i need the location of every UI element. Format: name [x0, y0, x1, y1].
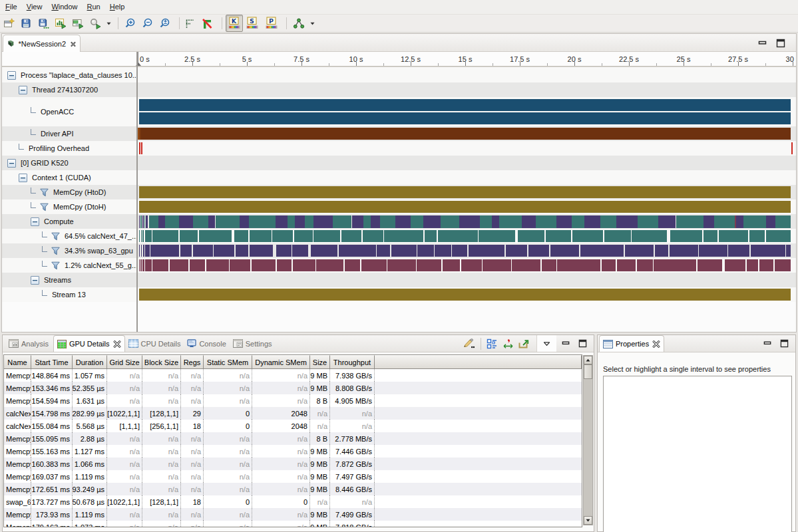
table-row[interactable]: Memcpy HtoD153.346 ms952.355 µsn/an/an/a… [4, 382, 582, 394]
tree-item-3[interactable]: Driver API [2, 126, 136, 141]
column-header-duration[interactable]: Duration [73, 355, 107, 369]
column-header-regs[interactable]: Regs [181, 355, 204, 369]
kernel-interval[interactable] [294, 230, 313, 242]
export-csv-button[interactable] [516, 336, 531, 351]
compute-interval[interactable] [142, 215, 144, 228]
kernel-interval[interactable] [141, 230, 142, 242]
compute-interval[interactable] [714, 215, 735, 228]
kernel-interval[interactable] [438, 230, 478, 242]
kernel-interval[interactable] [214, 245, 234, 257]
free-pan-button[interactable] [182, 15, 198, 31]
kernel-interval[interactable] [190, 259, 206, 271]
kernel-interval[interactable] [719, 230, 748, 242]
compute-interval[interactable] [522, 215, 536, 228]
kernel-interval[interactable] [230, 259, 250, 271]
kernel-interval[interactable] [345, 259, 361, 271]
kernel-interval[interactable] [277, 259, 292, 271]
maximize-icon[interactable] [776, 39, 785, 48]
kernel-interval[interactable] [417, 259, 441, 271]
compute-interval[interactable] [144, 215, 146, 228]
kernel-interval[interactable] [152, 259, 168, 271]
close-icon[interactable] [113, 340, 121, 348]
kernel-interval[interactable] [276, 245, 292, 257]
overhead-mark[interactable] [141, 142, 142, 154]
timeline-row-bars[interactable] [138, 214, 794, 229]
kernel-interval[interactable] [775, 259, 791, 271]
table-row[interactable]: Memcpy HtoD148.864 ms1.057 msn/an/an/an/… [4, 369, 582, 382]
kernel-interval[interactable] [293, 259, 315, 271]
kernel-interval[interactable] [170, 259, 188, 271]
kernel-interval[interactable] [435, 245, 451, 257]
tab-analysis[interactable]: Analysis [5, 335, 52, 352]
compute-interval[interactable] [333, 215, 351, 228]
compute-interval[interactable] [193, 215, 208, 228]
tree-item-6[interactable]: Context 1 (CUDA) [2, 170, 136, 185]
kernel-interval[interactable] [250, 230, 272, 242]
compute-interval[interactable] [766, 215, 775, 228]
table-row[interactable]: calcNext_55_gpu155.084 ms5.568 µs[1,1,1]… [4, 420, 582, 432]
kernel-interval[interactable] [417, 245, 434, 257]
tree-item-9[interactable]: Compute [2, 214, 136, 229]
run-dropdown-caret[interactable] [104, 15, 112, 31]
kernel-interval[interactable] [145, 230, 152, 242]
kernel-interval[interactable] [313, 230, 340, 242]
table-row[interactable]: Memcpy HtoD169.037 ms1.119 msn/an/an/an/… [4, 470, 582, 483]
kernel-interval[interactable] [199, 230, 232, 242]
minimize-icon[interactable] [763, 339, 772, 348]
color-by-stream-button[interactable]: S [244, 15, 260, 31]
compute-interval[interactable] [441, 215, 459, 228]
compute-interval[interactable] [165, 215, 179, 228]
kernel-interval[interactable] [506, 245, 527, 257]
scroll-down-button[interactable] [584, 516, 592, 525]
kernel-interval[interactable] [670, 230, 702, 242]
timeline-row-bars[interactable] [138, 287, 794, 302]
tab-gpu-details[interactable]: GPU Details [53, 335, 125, 352]
edit-filter-button[interactable] [461, 336, 476, 351]
tab-properties[interactable]: Properties [599, 335, 664, 352]
kernel-interval[interactable] [252, 259, 276, 271]
close-icon[interactable] [71, 41, 76, 48]
kernel-interval[interactable] [528, 245, 550, 257]
kernel-interval[interactable] [512, 259, 540, 271]
collapse-toggle[interactable] [31, 217, 39, 226]
compute-interval[interactable] [216, 215, 240, 228]
save-button[interactable] [18, 15, 34, 31]
collapse-toggle[interactable] [19, 174, 27, 182]
timeline-row-bars[interactable] [138, 200, 794, 214]
compute-interval[interactable] [600, 215, 616, 228]
tree-item-13[interactable]: Streams [2, 273, 136, 287]
compute-interval[interactable] [556, 215, 572, 228]
compute-interval[interactable] [276, 215, 288, 228]
close-icon[interactable] [652, 340, 660, 348]
compute-interval[interactable] [371, 215, 379, 228]
kernel-interval[interactable] [180, 245, 192, 257]
kernel-interval[interactable] [483, 259, 510, 271]
interval-bar[interactable] [139, 289, 791, 301]
table-row[interactable]: calcNext_47_gpu154.798 ms282.99 µs[1022,… [4, 407, 582, 420]
column-header-size[interactable]: Size [310, 355, 330, 369]
kernel-interval[interactable] [542, 259, 556, 271]
kernel-interval[interactable] [728, 245, 749, 257]
table-row[interactable]: Memcpy DtoH179.163 ms1.073 msn/an/an/an/… [4, 521, 582, 527]
maximize-icon[interactable] [780, 339, 789, 348]
kernel-interval[interactable] [339, 245, 376, 257]
kernel-interval[interactable] [361, 259, 387, 271]
kernel-interval[interactable] [193, 245, 213, 257]
timeline-row-bars[interactable] [138, 82, 794, 97]
compute-interval[interactable] [146, 215, 148, 228]
kernel-interval[interactable] [272, 230, 293, 242]
kernel-interval[interactable] [617, 259, 636, 271]
kernel-interval[interactable] [518, 230, 544, 242]
kernel-interval[interactable] [557, 259, 600, 271]
compute-interval[interactable] [380, 215, 395, 228]
collapse-toggle[interactable] [7, 159, 16, 168]
kernel-interval[interactable] [759, 259, 774, 271]
column-header-throughput[interactable]: Throughput [330, 355, 375, 369]
color-by-process-button[interactable]: P [264, 15, 280, 31]
hierarchy-button[interactable] [291, 15, 307, 31]
tree-item-12[interactable]: 1.2% calcNext_55_g... [2, 258, 136, 273]
kernel-interval[interactable] [141, 245, 142, 257]
compute-interval[interactable] [492, 215, 499, 228]
overhead-mark[interactable] [791, 142, 793, 154]
compute-interval[interactable] [658, 215, 676, 228]
